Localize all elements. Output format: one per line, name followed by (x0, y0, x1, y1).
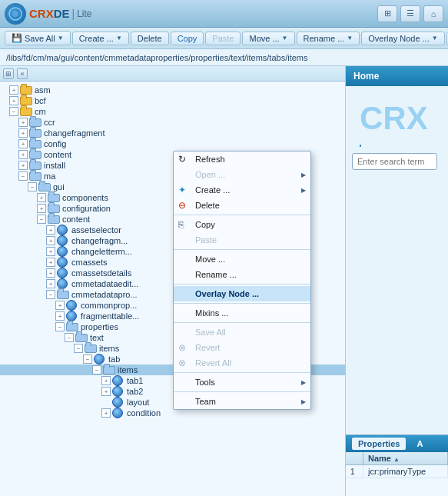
ctx-mixins[interactable]: Mixins ... (174, 305, 310, 321)
move-button[interactable]: Move ... ▼ (242, 32, 294, 45)
expand-cmmetadatapro[interactable]: − (46, 290, 55, 299)
expand-condition[interactable]: + (101, 408, 111, 418)
properties-tab[interactable]: Properties (352, 438, 406, 450)
tree-toolbar: ⊞ « (0, 66, 345, 82)
expand-items-selected[interactable]: − (92, 365, 101, 374)
expand-bcf[interactable]: + (9, 96, 18, 105)
expand-content-gui[interactable]: − (37, 215, 46, 224)
ctx-open[interactable]: Open ... (174, 167, 310, 182)
expand-cmassets[interactable]: + (46, 258, 55, 267)
tree-item-bcf[interactable]: + bcf (0, 95, 345, 106)
create-arrow: ▼ (116, 35, 122, 42)
folder-icon-cm (20, 107, 32, 116)
expand-commonprop[interactable]: + (55, 301, 65, 310)
node-icon-commonprop (66, 301, 78, 310)
col-num (346, 452, 363, 465)
revert-icon: ⊗ (178, 342, 186, 353)
header-btn-2[interactable]: ☰ (400, 5, 420, 22)
col-name[interactable]: Name ▲ (363, 452, 448, 465)
header-btn-1[interactable]: ⊞ (377, 5, 397, 22)
node-icon-layout (112, 398, 124, 407)
move-arrow: ▼ (282, 35, 288, 42)
expand-cmmetadataedit[interactable]: + (46, 279, 55, 288)
properties-tab2[interactable]: A (410, 438, 429, 450)
expand-cm[interactable]: − (9, 107, 18, 116)
expand-fragmenttable[interactable]: + (55, 311, 65, 321)
expand-ma[interactable]: − (18, 171, 28, 181)
create-icon: ✦ (178, 185, 186, 195)
expand-config[interactable]: + (18, 139, 28, 148)
expand-text[interactable]: − (65, 333, 74, 342)
ctx-create[interactable]: ✦ Create ... (174, 182, 310, 198)
crx-brand-text: CRX (352, 92, 442, 145)
ctx-sep-2 (174, 249, 310, 250)
expand-tabs[interactable]: − (83, 355, 92, 364)
svg-point-1 (12, 11, 18, 17)
node-icon-condition (112, 408, 124, 418)
context-menu: ↻ Refresh Open ... ✦ Create ... ⊖ Delete… (173, 151, 311, 410)
ctx-paste[interactable]: Paste (174, 232, 310, 248)
tree-item-config[interactable]: + config (0, 138, 345, 149)
create-button[interactable]: Create ... ▼ (72, 32, 129, 45)
folder-icon-text (75, 333, 88, 342)
ctx-revert[interactable]: ⊗ Revert (174, 340, 310, 355)
copy-button[interactable]: Copy (171, 32, 204, 45)
ctx-sep-3 (174, 284, 310, 285)
expand-items-text[interactable]: − (74, 344, 83, 353)
refresh-icon: ↻ (178, 154, 186, 165)
expand-asm[interactable]: + (9, 85, 18, 95)
tree-collapse-icon[interactable]: « (17, 68, 28, 79)
tree-expand-icon[interactable]: ⊞ (3, 68, 14, 79)
folder-icon-cmmetadatapro (57, 290, 69, 299)
sort-arrow: ▲ (393, 456, 400, 463)
tree-item-asm[interactable]: + asm (0, 85, 345, 95)
node-icon-cmassets (57, 258, 69, 267)
expand-ccr[interactable]: + (18, 118, 28, 127)
ctx-save-all[interactable]: Save All (174, 325, 310, 340)
rename-button[interactable]: Rename ... ▼ (297, 32, 360, 45)
expand-configuration[interactable]: + (37, 204, 46, 213)
expand-tab1[interactable]: + (101, 376, 111, 385)
ctx-overlay-node[interactable]: Overlay Node ... (174, 286, 310, 301)
ctx-team[interactable]: Team (174, 394, 310, 409)
header-btn-3[interactable]: ⌂ (423, 5, 443, 22)
tree-item-cm[interactable]: − cm (0, 106, 345, 117)
expand-changefragm[interactable]: + (46, 236, 55, 245)
folder-icon-items-text (85, 344, 97, 353)
paste-button[interactable]: Paste (205, 32, 241, 45)
expand-components[interactable]: + (37, 193, 46, 202)
expand-assetselector[interactable]: + (46, 225, 55, 235)
col-name-label: Name (368, 454, 391, 463)
node-icon-tab2 (112, 387, 124, 396)
expand-changeletterm[interactable]: + (46, 247, 55, 256)
ctx-refresh[interactable]: ↻ Refresh (174, 151, 310, 167)
search-input[interactable] (352, 153, 437, 170)
ctx-tools[interactable]: Tools (174, 374, 310, 390)
home-tab[interactable]: Home (353, 71, 379, 82)
ctx-revert-all[interactable]: ⊗ Revert All (174, 355, 310, 371)
tree-item-ccr[interactable]: + ccr (0, 117, 345, 128)
table-row[interactable]: 1 jcr:primaryType (346, 465, 448, 478)
expand-gui[interactable]: − (28, 182, 37, 191)
ctx-copy[interactable]: ⎘ Copy (174, 217, 310, 232)
folder-icon-gui (38, 182, 51, 191)
overlay-node-button[interactable]: Overlay Node ... ▼ (361, 32, 444, 45)
folder-icon-content-gui (48, 215, 60, 224)
save-all-button[interactable]: 💾 Save All ▼ (5, 31, 71, 45)
ctx-move[interactable]: Move ... (174, 251, 310, 267)
expand-changefragment[interactable]: + (18, 128, 28, 138)
expand-properties[interactable]: − (55, 322, 65, 331)
main-content: ⊞ « + asm + bcf − cm (0, 66, 448, 496)
ctx-rename[interactable]: Rename ... (174, 267, 310, 282)
tree-item-changefragment[interactable]: + changefragment (0, 128, 345, 138)
expand-cmassetsdetails[interactable]: + (46, 268, 55, 278)
node-icon-changeletterm (57, 247, 69, 256)
delete-button[interactable]: Delete (131, 32, 169, 45)
ctx-delete[interactable]: ⊖ Delete (174, 198, 310, 213)
right-panel-content: CRX (346, 86, 448, 434)
row-num: 1 (346, 465, 363, 478)
right-panel: Home CRX Properties A Name ▲ (346, 66, 448, 496)
expand-content-cm[interactable]: + (18, 150, 28, 159)
expand-tab2[interactable]: + (101, 387, 111, 396)
expand-install[interactable]: + (18, 161, 28, 170)
